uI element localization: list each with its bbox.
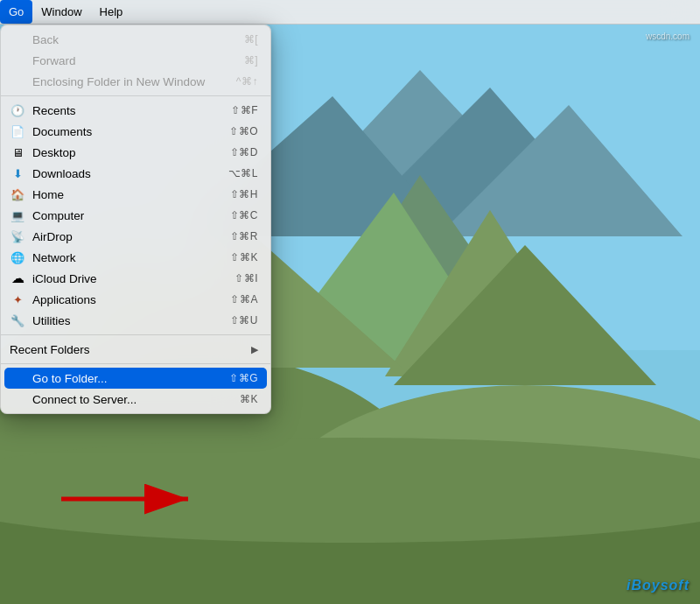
back-icon [10, 32, 25, 47]
menu-item-desktop[interactable]: 🖥 Desktop ⇧⌘D [1, 142, 270, 163]
computer-shortcut: ⇧⌘C [230, 209, 258, 221]
menubar: Go Window Help [0, 0, 700, 25]
documents-shortcut: ⇧⌘O [229, 125, 258, 137]
menu-airdrop-label: AirDrop [32, 230, 73, 243]
menu-home-label: Home [32, 188, 64, 201]
menubar-window[interactable]: Window [32, 0, 90, 24]
goto-folder-icon [10, 370, 25, 386]
menu-item-downloads[interactable]: ⬇ Downloads ⌥⌘L [1, 163, 270, 184]
network-shortcut: ⇧⌘K [230, 251, 258, 263]
connect-server-icon [10, 391, 25, 407]
menu-item-network-left: 🌐 Network [10, 249, 76, 265]
menu-item-recents-left: 🕐 Recents [10, 102, 76, 118]
menu-utilities-label: Utilities [32, 314, 71, 327]
utilities-icon: 🔧 [10, 313, 25, 328]
menu-item-recents[interactable]: 🕐 Recents ⇧⌘F [1, 100, 270, 121]
documents-icon: 📄 [10, 123, 25, 139]
menu-item-enclosing-left: Enclosing Folder in New Window [10, 74, 205, 89]
menu-item-forward-left: Forward [10, 53, 76, 68]
menu-recents-label: Recents [32, 104, 76, 117]
menu-network-label: Network [32, 251, 76, 264]
go-menu-dropdown: Back ⌘[ Forward ⌘] Enclosing Folder in N… [0, 25, 271, 414]
menubar-help[interactable]: Help [91, 0, 132, 24]
wscdn-watermark: wscdn.com [646, 32, 690, 41]
applications-shortcut: ⇧⌘A [230, 293, 258, 306]
menu-item-applications-left: ✦ Applications [10, 291, 96, 307]
menu-applications-label: Applications [32, 293, 96, 306]
back-shortcut: ⌘[ [244, 33, 258, 46]
menu-item-recent-folders[interactable]: Recent Folders ▶ [1, 339, 270, 360]
menu-item-computer[interactable]: 💻 Computer ⇧⌘C [1, 205, 270, 226]
connect-server-shortcut: ⌘K [240, 393, 258, 405]
menu-item-downloads-left: ⬇ Downloads [10, 165, 91, 181]
menu-item-goto-folder-left: Go to Folder... [10, 370, 108, 386]
goto-folder-shortcut: ⇧⌘G [229, 372, 258, 384]
downloads-shortcut: ⌥⌘L [228, 167, 258, 179]
menu-icloud-label: iCloud Drive [32, 272, 97, 285]
home-shortcut: ⇧⌘H [230, 188, 258, 200]
forward-shortcut: ⌘] [244, 54, 258, 67]
network-icon: 🌐 [10, 249, 25, 265]
menu-item-documents-left: 📄 Documents [10, 123, 92, 139]
iboysoft-watermark: iBoysoft [626, 578, 690, 593]
separator-3 [1, 363, 270, 364]
menu-item-icloud-left: ☁ iCloud Drive [10, 270, 97, 286]
menu-item-applications[interactable]: ✦ Applications ⇧⌘A [1, 289, 270, 310]
applications-icon: ✦ [10, 291, 25, 307]
menu-computer-label: Computer [32, 209, 84, 222]
desktop-icon: 🖥 [10, 144, 25, 160]
enclosing-icon [10, 74, 25, 89]
recents-icon: 🕐 [10, 102, 25, 118]
menu-item-home[interactable]: 🏠 Home ⇧⌘H [1, 184, 270, 205]
menubar-help-label: Help [100, 5, 123, 18]
menu-downloads-label: Downloads [32, 167, 91, 180]
separator-1 [1, 95, 270, 96]
menu-enclosing-label: Enclosing Folder in New Window [32, 75, 205, 88]
menu-item-network[interactable]: 🌐 Network ⇧⌘K [1, 247, 270, 268]
icloud-icon: ☁ [10, 270, 25, 286]
home-icon: 🏠 [10, 186, 25, 202]
menu-connect-server-label: Connect to Server... [32, 393, 136, 406]
menu-item-computer-left: 💻 Computer [10, 207, 84, 223]
red-arrow-annotation [52, 473, 228, 525]
computer-icon: 💻 [10, 207, 25, 223]
menu-item-forward[interactable]: Forward ⌘] [1, 50, 270, 71]
menu-item-connect-server[interactable]: Connect to Server... ⌘K [1, 389, 270, 410]
menu-back-label: Back [32, 33, 59, 46]
downloads-icon: ⬇ [10, 165, 25, 181]
menu-item-connect-server-left: Connect to Server... [10, 391, 136, 407]
utilities-shortcut: ⇧⌘U [230, 314, 258, 327]
menu-item-icloud[interactable]: ☁ iCloud Drive ⇧⌘I [1, 268, 270, 289]
menubar-go-label: Go [9, 5, 24, 18]
menu-goto-folder-label: Go to Folder... [32, 372, 108, 385]
airdrop-icon: 📡 [10, 228, 25, 244]
enclosing-shortcut: ^⌘↑ [236, 75, 258, 88]
menu-item-back-left: Back [10, 32, 59, 47]
menu-item-desktop-left: 🖥 Desktop [10, 144, 76, 160]
airdrop-shortcut: ⇧⌘R [230, 230, 258, 242]
forward-icon [10, 53, 25, 68]
menu-item-airdrop[interactable]: 📡 AirDrop ⇧⌘R [1, 226, 270, 247]
menu-recent-folders-label: Recent Folders [10, 343, 90, 356]
menu-item-utilities-left: 🔧 Utilities [10, 313, 71, 328]
menu-item-airdrop-left: 📡 AirDrop [10, 228, 73, 244]
menubar-go[interactable]: Go [0, 0, 32, 24]
menu-item-back[interactable]: Back ⌘[ [1, 29, 270, 50]
separator-2 [1, 334, 270, 335]
menu-documents-label: Documents [32, 125, 92, 138]
recents-shortcut: ⇧⌘F [231, 104, 258, 116]
menu-item-utilities[interactable]: 🔧 Utilities ⇧⌘U [1, 310, 270, 331]
menu-item-home-left: 🏠 Home [10, 186, 64, 202]
menubar-window-label: Window [41, 5, 81, 18]
menu-item-documents[interactable]: 📄 Documents ⇧⌘O [1, 121, 270, 142]
menu-item-enclosing[interactable]: Enclosing Folder in New Window ^⌘↑ [1, 71, 270, 92]
submenu-arrow-icon: ▶ [251, 344, 258, 355]
icloud-shortcut: ⇧⌘I [234, 272, 258, 284]
desktop-shortcut: ⇧⌘D [230, 146, 258, 158]
menu-desktop-label: Desktop [32, 146, 76, 159]
menu-item-goto-folder[interactable]: Go to Folder... ⇧⌘G [4, 368, 267, 389]
menu-forward-label: Forward [32, 54, 76, 67]
